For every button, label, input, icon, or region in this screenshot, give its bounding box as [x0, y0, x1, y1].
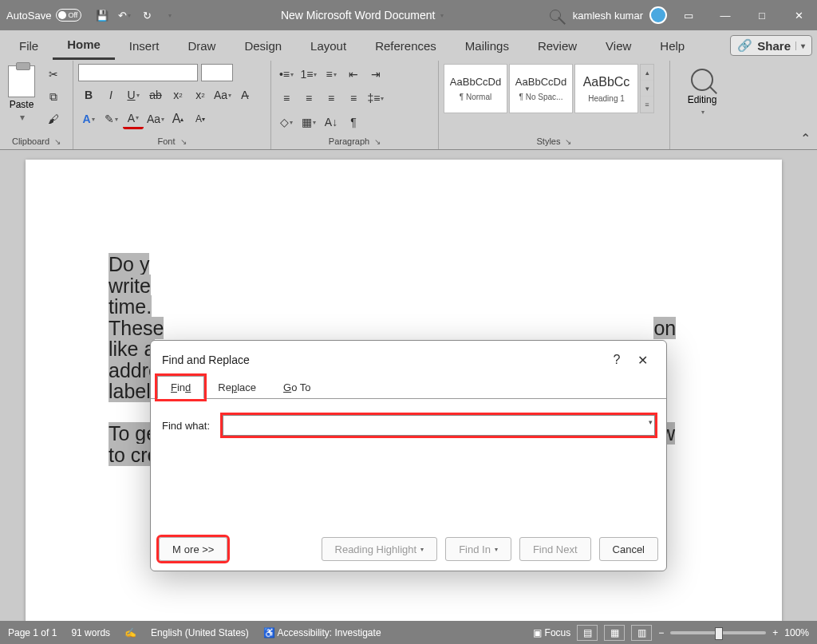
font-name-combo[interactable]: [78, 64, 198, 81]
dialog-launcher-icon[interactable]: ↘: [54, 137, 61, 146]
paste-button[interactable]: Paste ▾: [5, 64, 38, 129]
cancel-button[interactable]: Cancel: [599, 537, 658, 561]
maximize-icon[interactable]: □: [744, 0, 780, 30]
tab-file[interactable]: File: [5, 33, 53, 59]
tab-find[interactable]: Find: [157, 376, 204, 399]
chevron-down-icon[interactable]: ▾: [649, 418, 653, 426]
grow-font-button[interactable]: A▴: [168, 109, 188, 129]
numbering-button[interactable]: 1≡▾: [298, 64, 319, 85]
style-heading1[interactable]: AaBbCc Heading 1: [574, 64, 638, 113]
tab-replace[interactable]: Replace: [204, 376, 270, 399]
style-normal[interactable]: AaBbCcDd ¶ Normal: [444, 64, 507, 113]
zoom-out-button[interactable]: −: [658, 627, 664, 638]
close-icon[interactable]: ✕: [780, 0, 817, 30]
tab-review[interactable]: Review: [523, 33, 591, 59]
print-layout-icon[interactable]: ▦: [604, 625, 625, 641]
tab-help[interactable]: Help: [645, 33, 699, 59]
dialog-launcher-icon[interactable]: ↘: [180, 137, 187, 146]
change-case-button[interactable]: Aa▾: [212, 85, 233, 105]
spell-check-icon[interactable]: ✍: [124, 627, 136, 638]
tab-goto[interactable]: Go To: [270, 376, 324, 399]
line-spacing-button[interactable]: ‡≡▾: [365, 88, 386, 109]
shading-button[interactable]: ◇▾: [276, 112, 297, 132]
styles-scroll[interactable]: ▴ ▾ ≡: [640, 64, 654, 113]
tab-insert[interactable]: Insert: [115, 33, 174, 59]
tab-layout[interactable]: Layout: [296, 33, 361, 59]
text-effects-button[interactable]: A▾: [78, 109, 99, 129]
font-size-combo[interactable]: [201, 64, 233, 81]
accessibility-status[interactable]: ♿ Accessibility: Investigate: [263, 627, 381, 638]
styles-gallery[interactable]: AaBbCcDd ¶ Normal AaBbCcDd ¶ No Spac... …: [444, 64, 665, 113]
undo-icon[interactable]: ↶▾: [115, 6, 134, 25]
subscript-button[interactable]: x2: [168, 85, 188, 105]
format-painter-icon[interactable]: 🖌: [43, 109, 64, 129]
autosave-toggle[interactable]: AutoSave Off: [0, 9, 88, 22]
find-next-button[interactable]: Find Next: [519, 537, 591, 561]
align-left-button[interactable]: ≡: [276, 88, 297, 109]
decrease-indent-button[interactable]: ⇤: [343, 64, 364, 85]
tab-view[interactable]: View: [591, 33, 645, 59]
copy-icon[interactable]: ⧉: [43, 86, 64, 107]
zoom-level[interactable]: 100%: [784, 627, 809, 638]
font-color-button[interactable]: A▾: [123, 109, 144, 129]
tab-design[interactable]: Design: [230, 33, 296, 59]
strikethrough-button[interactable]: ab: [145, 85, 166, 105]
borders-button[interactable]: ▦▾: [298, 112, 319, 132]
show-marks-button[interactable]: ¶: [343, 112, 364, 132]
styles-expand-icon[interactable]: ≡: [641, 97, 653, 113]
zoom-slider[interactable]: [670, 631, 766, 634]
clear-formatting-icon[interactable]: A̶: [235, 85, 255, 105]
web-layout-icon[interactable]: ▥: [631, 625, 652, 641]
find-what-input[interactable]: [223, 416, 654, 435]
search-icon[interactable]: [541, 10, 570, 21]
sort-button[interactable]: A↓: [321, 112, 341, 132]
superscript-button[interactable]: x2: [190, 85, 211, 105]
editing-button[interactable]: Editing ▾: [675, 64, 729, 121]
account-button[interactable]: kamlesh kumar: [570, 6, 670, 24]
italic-button[interactable]: I: [101, 85, 121, 105]
share-button[interactable]: 🔗 Share ▾: [730, 35, 812, 56]
page-count[interactable]: Page 1 of 1: [8, 627, 57, 638]
qat-dropdown-icon[interactable]: ▾: [160, 6, 179, 25]
chevron-down-icon[interactable]: ▾: [20, 112, 25, 123]
dialog-launcher-icon[interactable]: ↘: [565, 137, 571, 146]
align-right-button[interactable]: ≡: [321, 88, 341, 109]
chevron-down-icon[interactable]: ▾: [795, 41, 805, 50]
align-center-button[interactable]: ≡: [298, 88, 319, 109]
ribbon-display-options-icon[interactable]: ▭: [670, 0, 707, 30]
multilevel-list-button[interactable]: ≡▾: [321, 64, 341, 85]
cut-icon[interactable]: ✂: [43, 64, 64, 85]
help-icon[interactable]: ?: [604, 349, 630, 371]
scroll-up-icon[interactable]: ▴: [641, 65, 653, 81]
style-no-spacing[interactable]: AaBbCcDd ¶ No Spac...: [509, 64, 573, 113]
close-icon[interactable]: ✕: [630, 349, 655, 371]
save-icon[interactable]: 💾: [93, 6, 112, 25]
character-shading-button[interactable]: Aa▾: [145, 109, 166, 129]
language-status[interactable]: English (United States): [151, 627, 249, 638]
document-title[interactable]: New Microsoft Word Document ▾: [184, 9, 540, 22]
tab-home[interactable]: Home: [53, 31, 115, 60]
bullets-button[interactable]: •≡▾: [276, 64, 297, 85]
tab-references[interactable]: References: [361, 33, 451, 59]
highlight-button[interactable]: ✎▾: [101, 109, 121, 129]
scroll-down-icon[interactable]: ▾: [641, 81, 653, 97]
collapse-ribbon-icon[interactable]: ⌃: [800, 131, 811, 146]
underline-button[interactable]: U▾: [123, 85, 144, 105]
bold-button[interactable]: B: [78, 85, 99, 105]
shrink-font-button[interactable]: A▾: [190, 109, 211, 129]
focus-mode-button[interactable]: ▣ Focus: [533, 627, 570, 638]
tab-draw[interactable]: Draw: [173, 33, 230, 59]
read-mode-icon[interactable]: ▤: [577, 625, 598, 641]
dialog-launcher-icon[interactable]: ↘: [374, 137, 381, 146]
minimize-icon[interactable]: —: [707, 0, 744, 30]
reading-highlight-button[interactable]: Reading Highlight▾: [322, 537, 438, 561]
find-in-button[interactable]: Find In▾: [445, 537, 511, 561]
tab-mailings[interactable]: Mailings: [451, 33, 523, 59]
redo-icon[interactable]: ↻: [137, 6, 156, 25]
zoom-in-button[interactable]: +: [772, 627, 778, 638]
more-button[interactable]: More >>: [159, 537, 227, 561]
justify-button[interactable]: ≡: [343, 88, 364, 109]
increase-indent-button[interactable]: ⇥: [365, 64, 386, 85]
toggle-switch[interactable]: Off: [56, 9, 81, 22]
word-count[interactable]: 91 words: [71, 627, 110, 638]
